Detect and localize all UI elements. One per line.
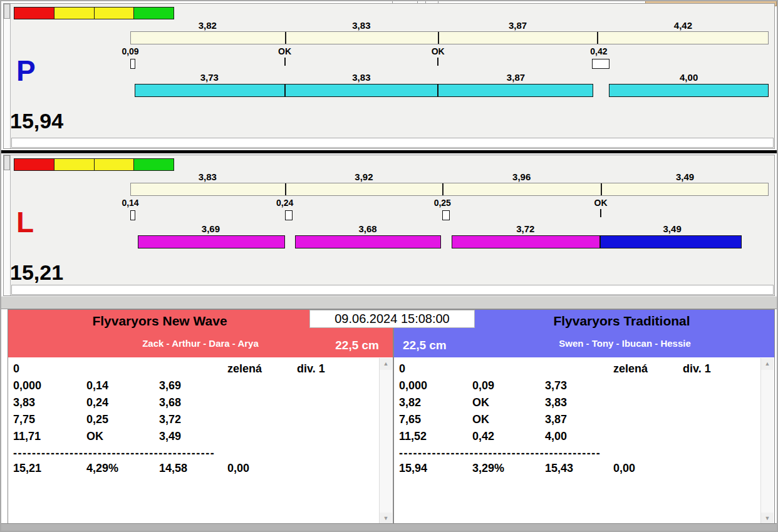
marker-label: 0,25 (434, 198, 451, 208)
split-bar-divider (597, 32, 598, 44)
lane-status-strip (11, 138, 774, 148)
split-bar-p (130, 31, 769, 44)
totals-row: 15,94 3,29% 15,43 0,00 (399, 462, 774, 479)
lap-time: 3,72 (516, 223, 534, 234)
division-label: div. 1 (297, 362, 325, 376)
result-row: 3,83 0,24 3,68 (13, 396, 393, 413)
timestamp-display: 09.06.2024 15:08:00 (309, 310, 475, 328)
scroll-up-button[interactable]: ▲ (761, 358, 774, 370)
lap-time: 3,83 (352, 72, 370, 83)
lap-time: 3,87 (545, 413, 567, 426)
lane-total-p: 15,94 (10, 110, 63, 131)
team-panel-left: Flyvaryors New Wave Zack - Arthur - Dara… (8, 309, 393, 526)
marker-label: OK (278, 46, 291, 56)
traffic-green-cell (134, 159, 174, 170)
marker-tick-icon (600, 209, 601, 217)
extra-value: 0,00 (613, 462, 635, 475)
timing-window: 3,82 3,83 3,87 4,42 0,09 OK OK 0,42 3,73… (0, 0, 778, 532)
marker-label: 0,24 (276, 198, 293, 208)
result-row: 3,82 OK 3,83 (399, 396, 774, 413)
traffic-red-cell (14, 159, 54, 170)
lap-time-labels: 3,69 3,68 3,72 3,49 (130, 223, 769, 234)
lap-segment (285, 84, 438, 97)
total-time: 15,94 (399, 462, 427, 475)
split-time: 3,83 (352, 20, 370, 31)
result-row: 0,000 0,14 3,69 (13, 379, 393, 396)
lap-time: 3,73 (545, 379, 567, 392)
scrollbar[interactable]: ▲ ▼ (760, 358, 774, 524)
penalty: 0,24 (86, 396, 108, 409)
distance-label: 22,5 cm (335, 339, 379, 352)
split-time-labels: 3,82 3,83 3,87 4,42 (130, 20, 769, 31)
marker-label: 0,09 (122, 46, 138, 56)
traffic-yellow-cell (95, 8, 135, 19)
marker-box-icon (285, 210, 293, 220)
result-row: 0,000 0,09 3,73 (399, 379, 774, 396)
section-separator (1, 296, 777, 309)
lap-time: 3,87 (507, 72, 525, 83)
split-time: 3,49 (676, 171, 694, 182)
start-value: 0 (399, 362, 405, 376)
info-row: 0 zelená div. 1 (399, 362, 774, 379)
lane-status-strip (11, 285, 774, 295)
results-text-left[interactable]: 0 zelená div. 1 0,000 0,14 3,69 3,83 0,2… (8, 357, 393, 525)
result-row: 7,65 OK 3,87 (399, 413, 774, 430)
team-panel-right: Flyvaryors Traditional Swen - Tony - Ibu… (393, 309, 775, 526)
lap-bar-p (130, 84, 769, 97)
marker-labels: 0,09 OK OK 0,42 (130, 46, 769, 56)
lap-time: 3,68 (159, 396, 181, 409)
penalty: OK (472, 413, 489, 426)
scrollbar[interactable]: ▲ ▼ (379, 358, 392, 524)
cum-time: 7,75 (13, 413, 35, 426)
lap-time: 3,72 (159, 413, 181, 426)
lap-time: 3,73 (200, 72, 219, 83)
marker-labels: 0,14 0,24 0,25 OK (130, 198, 769, 208)
lap-segment-final (600, 235, 742, 248)
lap-bar-l (130, 235, 769, 248)
traffic-red-cell (14, 8, 54, 19)
split-time-labels: 3,83 3,92 3,96 3,49 (130, 171, 769, 182)
total-percent: 3,29% (472, 462, 504, 475)
net-time: 15,43 (545, 462, 573, 475)
result-row: 11,52 0,42 4,00 (399, 430, 774, 447)
traffic-yellow-cell (54, 159, 95, 170)
totals-row: 15,21 4,29% 14,58 0,00 (13, 462, 393, 479)
marker-label: OK (594, 198, 608, 208)
scroll-up-button[interactable]: ▲ (380, 358, 392, 370)
start-value: 0 (13, 362, 19, 376)
marker-label: 0,14 (122, 198, 138, 208)
split-time: 3,92 (355, 171, 373, 182)
cum-time: 7,65 (399, 413, 421, 426)
split-bar-l (130, 183, 769, 196)
split-time: 3,83 (199, 171, 217, 182)
gutter-handle[interactable] (4, 4, 10, 19)
total-time: 15,21 (13, 462, 41, 475)
cum-time: 3,83 (13, 396, 35, 409)
lap-segment (138, 235, 284, 248)
gutter-handle[interactable] (4, 155, 10, 170)
marker-glyphs (130, 209, 769, 222)
split-bar-divider (601, 183, 602, 195)
lap-time: 4,00 (680, 72, 698, 83)
team-members: Swen - Tony - Ibucan - Hessie (394, 338, 774, 349)
marker-label: 0,42 (590, 46, 607, 56)
marker-tick-icon (284, 58, 286, 66)
color-word: zelená (227, 362, 262, 376)
bottom-status-strip (1, 523, 777, 531)
cum-time: 0,000 (13, 379, 41, 392)
marker-box-icon (442, 210, 450, 220)
division-label: div. 1 (683, 362, 711, 376)
traffic-yellow-cell (95, 159, 135, 170)
lap-segment (295, 235, 441, 248)
lap-segment (609, 84, 769, 97)
lap-time: 3,49 (159, 430, 181, 443)
split-time: 3,87 (509, 20, 527, 31)
penalty: OK (472, 396, 489, 409)
split-time: 3,96 (512, 171, 531, 182)
lane-panel-p: 3,82 3,83 3,87 4,42 0,09 OK OK 0,42 3,73… (3, 3, 775, 149)
results-text-right[interactable]: 0 zelená div. 1 0,000 0,09 3,73 3,82 OK … (394, 357, 774, 525)
traffic-light-l (14, 158, 174, 171)
cum-time: 0,000 (399, 379, 427, 392)
split-bar-divider (442, 183, 443, 195)
marker-box-icon (130, 210, 135, 220)
